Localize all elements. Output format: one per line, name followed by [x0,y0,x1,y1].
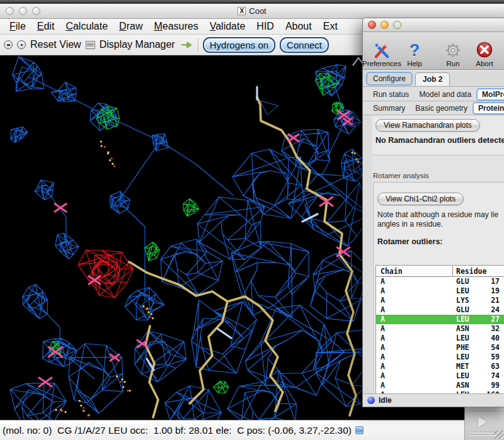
abort-button[interactable]: Abort [472,42,496,67]
main-window-titlebar[interactable]: X Coot [0,4,504,19]
protein-tab-content: View Ramachandran plots No Ramachandran … [363,115,504,393]
tab-summary[interactable]: Summary [368,103,410,113]
menu-file[interactable]: File [4,20,32,33]
go-arrow-icon[interactable] [180,40,193,50]
molprobity-dialog: Preferences ? Help Run [362,18,504,407]
help-button[interactable]: ? Help [404,42,425,67]
menu-about[interactable]: About [280,20,318,33]
tab-configure[interactable]: Configure [366,72,413,86]
table-row[interactable]: AASN32 [376,324,504,334]
menu-extensions[interactable]: Ext [318,20,343,33]
tools-icon [372,42,391,59]
residue-column-header[interactable]: Residue [453,266,486,276]
help-icon: ? [410,42,420,59]
table-header: Chain Residue [376,266,504,277]
table-row[interactable]: ALEU59 [376,353,504,362]
table-row[interactable]: APHE54 [376,343,504,353]
dialog-minimize-button[interactable] [381,21,389,29]
menu-hid[interactable]: HID [251,20,280,33]
divider [469,411,500,412]
tab-run-status[interactable]: Run status [368,89,414,99]
menu-validate[interactable]: Validate [204,20,251,33]
table-row[interactable]: ALEU40 [376,334,504,343]
rotamer-outliers-label: Rotamer outliers: [377,237,504,246]
dialog-titlebar[interactable] [363,18,504,32]
status-orb-icon [367,397,375,404]
table-row[interactable]: AASN99 [376,381,504,390]
table-row[interactable]: ALEU19 [376,286,504,296]
display-manager-button[interactable]: Display Manager [100,39,175,50]
gear-icon [444,42,462,59]
dialog-status-text: Idle [379,396,392,405]
tab-protein[interactable]: Protein [472,102,504,115]
ramachandran-section: View Ramachandran plots No Ramachandran … [373,116,504,155]
table-row[interactable]: AGLU24 [376,305,504,315]
toolbar-circle-icon-2[interactable] [17,40,26,49]
table-row[interactable]: ALYS21 [376,296,504,305]
main-status-bar: (mol. no: 0) CG /1/A/27 LEU occ: 1.00 bf… [0,420,504,440]
dialog-close-button[interactable] [368,21,376,29]
tab-basic-geometry[interactable]: Basic geometry [410,103,472,113]
x11-icon: X [238,7,246,15]
job-tabs: Configure Job 2 [363,71,504,87]
ramachandran-message: No Ramachandran outliers detected [375,136,504,145]
resize-grip[interactable] [495,431,503,439]
section-tabs: Summary Basic geometry Protein C [363,101,504,115]
dialog-zoom-button[interactable] [393,21,401,29]
tab-job-2[interactable]: Job 2 [415,72,450,86]
reset-view-button[interactable]: Reset View [30,39,81,50]
table-row[interactable]: ALEU74 [376,371,504,381]
table-row[interactable]: AGLU17 [376,277,504,286]
status-chip-icon [355,426,364,434]
toolbar-circle-icon-1[interactable] [4,40,13,49]
rotamer-note: Note that although a residue may lie ang… [377,210,504,229]
display-manager-icon [86,41,95,49]
tab-molprobity[interactable]: MolProbity [476,88,504,101]
rotamer-outliers-table: Chain Residue AGLU17ALEU19ALYS21AGLU24AL… [375,265,504,393]
rotamer-analysis-label: Rotamer analysis [373,172,429,179]
connect-button[interactable]: Connect [280,37,329,53]
run-button[interactable]: Run [442,42,464,67]
rotamer-table-body: AGLU17ALEU19ALYS21AGLU24ALEU27AASN32ALEU… [376,277,504,393]
coot-application: X Coot File Edit Calculate Draw Measures… [0,0,504,440]
menu-edit[interactable]: Edit [32,20,60,33]
view-chi1-chi2-plots-button[interactable]: View Chi1-Chi2 plots [377,193,464,205]
view-ramachandran-plots-button[interactable]: View Ramachandran plots [375,119,480,132]
toolbar-separator [198,38,198,51]
window-title: X Coot [0,6,504,16]
table-row[interactable]: AMET63 [376,362,504,371]
tab-model-and-data[interactable]: Model and data [414,89,476,99]
play-triangle-icon[interactable] [478,416,487,427]
atom-status-text: (mol. no: 0) CG /1/A/27 LEU occ: 1.00 bf… [3,425,352,436]
chain-column-header[interactable]: Chain [376,266,453,276]
menu-measures[interactable]: Measures [148,20,203,33]
abort-icon [475,42,494,59]
report-tabs: Run status Model and data MolProbity [363,87,504,101]
hydrogens-toggle-button[interactable]: Hydrogens on [203,37,275,53]
menu-draw[interactable]: Draw [113,20,148,33]
dialog-status-bar: Idle [363,393,504,407]
preferences-button[interactable]: Preferences [368,42,396,67]
dialog-toolbar: Preferences ? Help Run [363,32,504,70]
table-row[interactable]: ALEU27 [376,315,504,324]
menu-calculate[interactable]: Calculate [60,20,113,33]
